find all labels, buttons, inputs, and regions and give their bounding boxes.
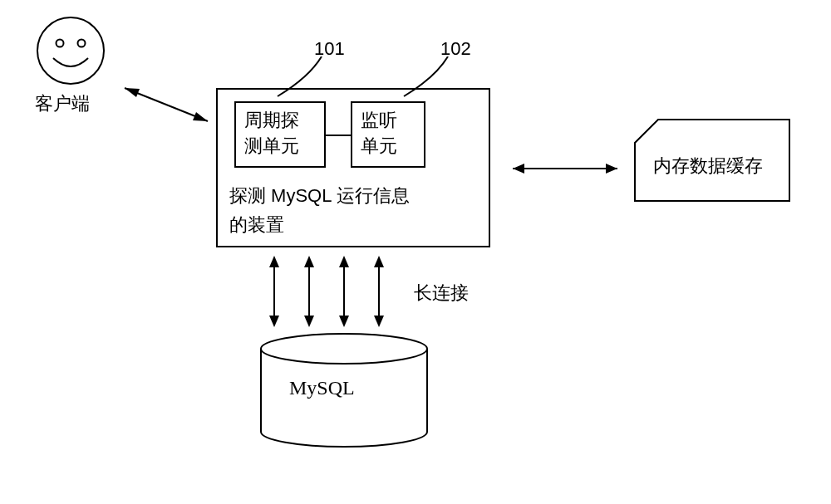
svg-point-2 [78,40,86,47]
arrow-long-conn-1 [266,254,283,329]
arrow-client-device [116,80,216,130]
probe-unit-label: 周期探 测单元 [244,110,299,156]
svg-marker-13 [304,256,314,267]
client-icon [35,15,106,86]
svg-marker-20 [374,316,384,327]
svg-marker-7 [606,164,617,174]
svg-marker-19 [374,256,384,267]
listen-unit-label: 监听 单元 [361,110,397,156]
svg-marker-17 [339,316,349,327]
arrow-device-cache [503,156,627,181]
svg-marker-11 [269,316,279,327]
svg-marker-16 [339,256,349,267]
svg-point-0 [37,17,104,84]
arrow-long-conn-3 [336,254,352,329]
svg-marker-14 [304,316,314,327]
long-connection-label: 长连接 [414,281,469,306]
cache-label: 内存数据缓存 [653,154,763,179]
unit-connector-line [326,135,351,136]
arrow-long-conn-2 [301,254,317,329]
arrow-long-conn-4 [371,254,387,329]
database-label: MySQL [289,377,355,399]
device-box: 周期探 测单元 监听 单元 探测 MySQL 运行信息 的装置 [216,88,490,247]
svg-marker-8 [513,164,524,174]
svg-marker-10 [269,256,279,267]
periodic-probe-unit: 周期探 测单元 [234,101,326,168]
device-caption: 探测 MySQL 运行信息 的装置 [229,181,479,239]
svg-marker-5 [125,88,140,97]
svg-point-1 [57,40,64,47]
listen-unit: 监听 单元 [351,101,425,168]
svg-marker-4 [193,112,208,121]
svg-point-21 [261,334,427,364]
client-label: 客户端 [35,91,90,116]
